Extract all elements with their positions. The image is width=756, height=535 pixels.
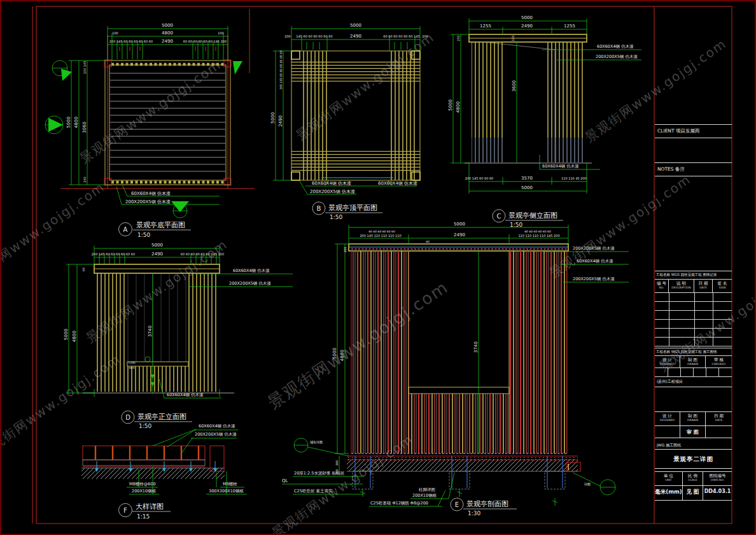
dim-text: 600 [129, 366, 135, 369]
dim-text: 5000 [521, 185, 533, 190]
view-a-drawing [60, 9, 255, 189]
dim-text: 60 60 60 60 60 60 [524, 230, 551, 233]
col-drawn: 制 图DRAWN [680, 356, 706, 367]
dim-text: 4800 [72, 331, 77, 342]
view-letter: A [123, 226, 128, 233]
titleblock-notes-cell: NOTES 备注 [655, 162, 732, 176]
label-concrete-bed: C25砼垫层 素土夯实 [294, 489, 333, 494]
view-b-title: B 景观亭顶平面图 1:50 [312, 202, 382, 220]
view-title: 景观亭侧立面图 [508, 211, 557, 220]
label-steel-60x60: 60X60X4钢 仿木漆 [131, 191, 171, 196]
dim-text: 4800 [74, 117, 79, 128]
dim-text: 5000 [64, 329, 69, 340]
view-letter: D [125, 414, 130, 421]
view-title: 大样详图 [136, 503, 164, 511]
dim-text: 200 [422, 34, 428, 38]
label-mortar-layer: 20厚1:2.5水泥砂浆 粘结层 [294, 471, 344, 476]
view-e-title: E 景观亭剖面图 1:30 [451, 498, 517, 517]
view-scale: 1:15 [137, 513, 150, 520]
label-steel-60x60: 60X60X4钢 仿木漆 [597, 44, 634, 49]
dim-text: 100 145 [83, 61, 87, 75]
label-column-base: 柱脚详图 [419, 487, 435, 492]
dim-text: 3740 [473, 341, 479, 353]
view-scale: 1:50 [510, 222, 522, 228]
col-dwg-no: 图纸编号DWG NO. [703, 472, 732, 485]
revision2-header: 设 计DESIGNED 制 图DRAWN 审 核CHECKED [655, 355, 732, 368]
col-date: 日 期DATE [694, 280, 713, 292]
dim-text: 100 [112, 31, 118, 35]
label-steel-200x200: 200X200X5钢 仿木漆 [195, 432, 237, 437]
col-designed: 设 计DESIGNED [655, 356, 680, 367]
view-b-labels: 60X60X4钢 仿木漆 60X60X4钢 仿木漆 200X200X5钢 仿木漆 [299, 180, 417, 194]
dim-text: 200 145 60 60 60 60 60 60 [92, 252, 135, 256]
view-f-drawing [81, 446, 225, 479]
revision2-caption: 工程名称 WGS 园区景观工程 施工图纸 [655, 348, 732, 355]
label-steel-60x60: 60X60X4钢 仿木漆 [167, 392, 204, 397]
dim-text: 5000 [66, 117, 71, 128]
dim-text: 5000 [162, 23, 173, 28]
unit-value: 毫米(mm) [655, 486, 683, 500]
info-values: 毫米(mm) 见 图 DD4.03.1 [655, 485, 732, 501]
label-steel-200x200: 200X200X5钢 仿木漆 [229, 281, 271, 286]
drawing-canvas: 5000 100 4800 100 200 145 60 60 60 60 60… [0, 0, 756, 535]
signature-header: 设 计DESIGNED 制 图DRAWN 日 期DATE [655, 411, 732, 425]
view-scale: 1:50 [137, 232, 150, 238]
section-marker-icon [48, 118, 63, 132]
label-steel-60x60: 60X60X4钢 仿木漆 [312, 181, 351, 186]
label-steel-200x200: 200X200X5钢 仿木漆 [596, 54, 638, 59]
view-letter: F [123, 507, 127, 514]
dim-text: 5000 [151, 243, 163, 248]
dim-text: 3600 [512, 80, 517, 92]
col-drawn: 制 图DRAWN [680, 412, 706, 425]
view-scale: 1:50 [330, 214, 342, 220]
dim-text: 5000 [521, 15, 533, 20]
col-checked: 审 核CHECKED [706, 356, 732, 367]
dim-text: 200 [284, 34, 291, 38]
scale-value: 见 图 [683, 486, 703, 500]
dim-text: 4800 [162, 31, 173, 36]
label-steel-200x200: 200X200X5钢 仿木漆 [573, 276, 615, 282]
label-steel-plate: 200X10钢板 [412, 493, 437, 498]
dim-text: 110 110 110 110 145 200 [518, 234, 559, 238]
section-marker-icon [61, 69, 72, 81]
col-unit: 单 位UNIT [655, 472, 683, 485]
dim-text: 100 [511, 35, 515, 41]
label-steel-60x60: 60X60X4钢 仿木漆 [199, 424, 235, 429]
label-bolt: M8螺栓 [223, 481, 237, 487]
dim-text: 200 [83, 176, 87, 183]
view-letter: B [317, 205, 321, 212]
north-marker-icon [171, 201, 189, 212]
notes-label: NOTES 备注 [657, 166, 685, 172]
view-title: 景观亭剖面图 [466, 500, 508, 508]
view-e-drawing [347, 244, 580, 471]
dwg-note: JWG 施工图纸 [655, 441, 732, 450]
view-d-title: D 景观亭正立面图 1:50 [122, 411, 192, 429]
dim-text: 2490 [350, 34, 361, 39]
dim-text: 200 145 60 60 60 60 60 60 [109, 39, 153, 43]
label-footing: C25砼基础 Φ12钢筋 Φ8@200 [370, 501, 428, 506]
revision2-row [655, 368, 732, 377]
view-f-title: F 大样详图 1:15 [119, 503, 171, 520]
dim-text: 100 [218, 31, 224, 35]
dim-text: 5000 [350, 23, 361, 28]
dim-text: 200 [456, 35, 460, 41]
revision-table-header: 编 号NO. 说 明DESCRIPTION 日 期DATE 签 名SIGN [655, 279, 732, 293]
view-d-drawing [83, 264, 234, 397]
label-steel-200x200: 200X200X5钢 仿木漆 [310, 189, 355, 194]
signature-row: 审 图 [655, 425, 732, 438]
client-label: CLIENT 项目发展商 [657, 128, 699, 134]
view-c-drawing [465, 34, 592, 163]
dim-text: 2490 [521, 24, 533, 29]
view-a-labels: 60X60X4钢 仿木漆 200X200X5钢 仿木漆 [116, 185, 220, 204]
detail-marker-label: 铺装详图 [310, 440, 323, 445]
view-scale: 1:30 [468, 510, 480, 517]
view-title: 景观亭正立面图 [137, 413, 186, 421]
dim-text: 200 145 60 60 60 [465, 176, 494, 180]
dim-text: 145 60 60 60 60 60 60 [296, 34, 332, 38]
revision-table-rows [655, 293, 732, 346]
dim-text: 3060 [82, 122, 87, 133]
dim-text: 4800 [456, 101, 461, 113]
col-desc: 说 明DESCRIPTION [669, 280, 694, 292]
label-bolt: M8螺栓@600 [129, 481, 156, 487]
view-title: 景观亭底平面图 [136, 221, 185, 229]
